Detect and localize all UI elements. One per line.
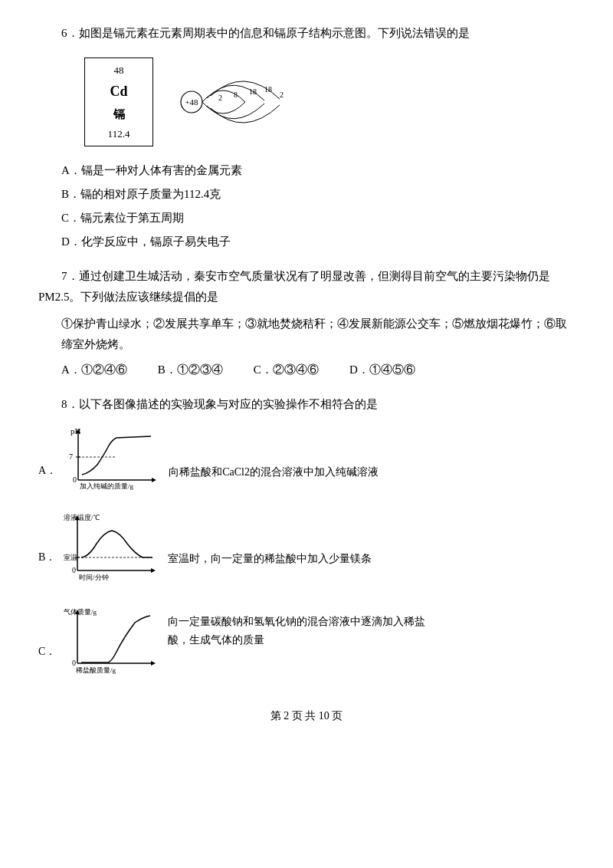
element-mass: 112.4 — [90, 125, 148, 143]
question-8: 8．以下各图像描述的实验现象与对应的实验操作不相符合的是 A． pH 7 — [38, 394, 575, 683]
atom-diagram: +48 2 8 18 18 2 — [176, 71, 276, 133]
q6-optionB: B．镉的相对原子质量为112.4克 — [61, 184, 575, 205]
graph-B-container: B． 溶液温度/℃ 室温 0 — [38, 509, 372, 593]
svg-text:18: 18 — [264, 85, 272, 94]
graph-C-svg: 气体质量/g 0 稀盐酸质量/g — [62, 603, 162, 683]
svg-text:2: 2 — [218, 94, 222, 102]
graph-item-C: C． 气体质量/g 0 稀盐酸质量/g — [38, 603, 575, 683]
element-symbol: Cd — [90, 79, 148, 104]
q7-optionD: D．①④⑤⑥ — [349, 360, 415, 380]
q6-options: A．镉是一种对人体有害的金属元素 B．镉的相对原子质量为112.4克 C．镉元素… — [61, 160, 575, 252]
graph-item-B: B． 溶液温度/℃ 室温 0 — [38, 509, 575, 593]
graph-C-label: C． — [38, 603, 56, 661]
graph-A-svg: pH 7 0 加入纯碱的质量/g — [63, 422, 162, 498]
svg-text:稀盐酸质量/g: 稀盐酸质量/g — [76, 666, 116, 674]
svg-text:溶液温度/℃: 溶液温度/℃ — [64, 514, 100, 521]
page-total: 10 — [319, 710, 329, 722]
svg-text:8: 8 — [234, 90, 238, 99]
svg-text:时间/分钟: 时间/分钟 — [79, 574, 109, 581]
graph-item-A: A． pH 7 0 — [38, 422, 575, 498]
graph-A-desc: 向稀盐酸和CaCl2的混合溶液中加入纯碱溶液 — [169, 422, 379, 482]
element-number: 48 — [90, 61, 148, 79]
svg-marker-16 — [152, 478, 156, 482]
svg-text:+48: +48 — [185, 97, 198, 107]
page-number: 2 — [284, 710, 289, 722]
svg-text:7: 7 — [69, 452, 73, 461]
q8-title: 8．以下各图像描述的实验现象与对应的实验操作不相符合的是 — [38, 394, 575, 415]
svg-marker-26 — [151, 568, 156, 573]
element-box: 48 Cd 镉 112.4 — [84, 58, 153, 146]
q7-choices: A．①②④⑥ B．①②③④ C．②③④⑥ D．①④⑤⑥ — [61, 360, 575, 380]
q7-optionB: B．①②③④ — [158, 360, 223, 380]
graph-C-desc: 向一定量碳酸钠和氢氧化钠的混合溶液中逐滴加入稀盐酸，生成气体的质量 — [168, 603, 444, 649]
element-section: 48 Cd 镉 112.4 +48 2 8 18 18 — [84, 58, 575, 146]
graphs-section: A． pH 7 0 — [38, 422, 575, 683]
svg-text:2: 2 — [280, 90, 284, 99]
q7-sub: ①保护青山绿水；②发展共享单车；③就地焚烧秸秆；④发展新能源公交车；⑤燃放烟花爆… — [61, 314, 575, 355]
q6-title: 6．如图是镉元素在元素周期表中的信息和镉原子结构示意图。下列说法错误的是 — [38, 23, 575, 44]
svg-text:18: 18 — [249, 87, 257, 96]
svg-marker-33 — [151, 661, 156, 666]
q7-title: 7．通过创建卫生城活动，秦安市空气质量状况有了明显改善，但测得目前空气的主要污染… — [38, 266, 575, 307]
question-6: 6．如图是镉元素在元素周期表中的信息和镉原子结构示意图。下列说法错误的是 48 … — [38, 23, 575, 252]
svg-text:0: 0 — [73, 475, 77, 484]
q7-optionC: C．②③④⑥ — [254, 360, 319, 380]
svg-text:加入纯碱的质量/g: 加入纯碱的质量/g — [80, 482, 134, 490]
graph-A-container: A． pH 7 0 — [38, 422, 379, 498]
q6-optionC: C．镉元素位于第五周期 — [61, 208, 575, 229]
svg-text:0: 0 — [72, 566, 76, 574]
page-footer: 第 2 页 共 10 页 — [38, 706, 575, 725]
q6-optionD: D．化学反应中，镉原子易失电子 — [61, 232, 575, 252]
svg-text:气体质量/g: 气体质量/g — [64, 608, 97, 616]
footer-text: 第 2 页 共 10 页 — [270, 710, 343, 722]
q7-optionA: A．①②④⑥ — [61, 360, 127, 380]
graph-C-container: C． 气体质量/g 0 稀盐酸质量/g — [38, 603, 444, 683]
element-name: 镉 — [90, 104, 148, 125]
q6-optionA: A．镉是一种对人体有害的金属元素 — [61, 160, 575, 181]
graph-B-label: B． — [38, 509, 56, 567]
graph-B-desc: 室温时，向一定量的稀盐酸中加入少量镁条 — [168, 509, 372, 568]
graph-A-label: A． — [38, 422, 57, 480]
graph-B-svg: 溶液温度/℃ 室温 0 时间/分钟 — [62, 509, 162, 593]
question-7: 7．通过创建卫生城活动，秦安市空气质量状况有了明显改善，但测得目前空气的主要污染… — [38, 266, 575, 380]
